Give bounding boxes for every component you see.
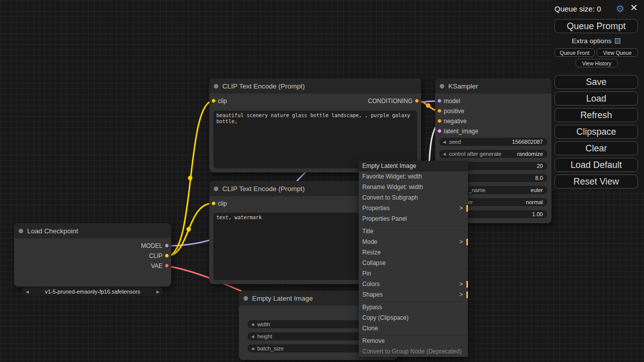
menu-item-properties[interactable]: Properties > — [359, 203, 468, 214]
positive-input-label: positive — [444, 108, 464, 115]
view-queue-button[interactable]: View Queue — [597, 48, 638, 57]
save-button[interactable]: Save — [554, 75, 638, 89]
menu-item-collapse[interactable]: Collapse — [359, 258, 468, 268]
decrement-arrow-icon[interactable]: ◀ — [439, 140, 448, 144]
decrement-arrow-icon[interactable]: ◀ — [248, 322, 256, 327]
node-title: CLIP Text Encode (Prompt) — [222, 82, 305, 90]
menu-item-title[interactable]: Title — [359, 226, 468, 237]
context-menu-header: Empty Latent Image — [359, 161, 468, 171]
ckpt-name-widget[interactable]: ◀ v1-5-pruned-emaonly-fp16.safetensors ▶ — [22, 287, 163, 296]
model-output-dot[interactable] — [165, 243, 169, 248]
menu-item-mode[interactable]: Mode > — [359, 237, 468, 247]
next-checkpoint-arrow-icon[interactable]: ▶ — [154, 290, 163, 294]
link-dot-clip-2 — [187, 227, 191, 232]
queue-size-label: Queue size: 0 — [554, 5, 601, 13]
load-default-button[interactable]: Load Default — [554, 158, 638, 172]
model-input-label: model — [444, 98, 460, 105]
latent-input-dot[interactable] — [437, 129, 442, 133]
menu-item-colors[interactable]: Colors > — [359, 279, 468, 290]
submenu-arrow-icon: > — [459, 237, 463, 247]
submenu-accent-bar — [466, 239, 468, 245]
link-dot-clip-1 — [188, 176, 193, 180]
node-title: Load Checkpoint — [27, 227, 78, 235]
collapse-dot-icon[interactable] — [214, 187, 218, 191]
clipspace-button[interactable]: Clipspace — [554, 125, 638, 139]
submenu-arrow-icon: > — [459, 279, 463, 290]
queue-prompt-button[interactable]: Queue Prompt — [554, 19, 638, 33]
menu-item-pin[interactable]: Pin — [359, 268, 468, 279]
node-clip-text-encode-positive[interactable]: CLIP Text Encode (Prompt) clip CONDITION… — [209, 78, 421, 172]
negative-input-dot[interactable] — [437, 119, 442, 123]
node-graph-canvas[interactable]: CLIP Text Encode (Prompt) clip CONDITION… — [0, 0, 644, 362]
menu-item-convert-to-subgraph[interactable]: Convert to Subgraph — [359, 193, 468, 203]
context-menu: Empty Latent Image Favorite Widget: widt… — [359, 161, 468, 357]
menu-item-shapes[interactable]: Shapes > — [359, 290, 468, 300]
submenu-accent-bar — [466, 205, 468, 212]
collapse-dot-icon[interactable] — [19, 229, 23, 233]
model-output-label: MODEL — [141, 242, 163, 249]
vae-output-dot[interactable] — [165, 263, 169, 268]
comfy-menu-panel: Queue size: 0 ⚙ × Queue Prompt Extra opt… — [551, 0, 644, 191]
collapse-dot-icon[interactable] — [440, 84, 444, 88]
vae-output-label: VAE — [151, 262, 163, 269]
control-after-generate-widget[interactable]: ◀ control after generate randomize — [439, 150, 547, 158]
node-title-bar[interactable]: CLIP Text Encode (Prompt) — [209, 78, 421, 94]
node-title: CLIP Text Encode (Prompt) — [222, 185, 305, 193]
menu-item-favorite-widget[interactable]: Favorite Widget: width — [359, 171, 468, 182]
seed-widget[interactable]: ◀ seed 1566802087 — [439, 138, 547, 146]
refresh-button[interactable]: Refresh — [554, 108, 638, 122]
clip-input-dot[interactable] — [211, 99, 216, 103]
positive-input-dot[interactable] — [437, 109, 442, 113]
submenu-accent-bar — [466, 281, 468, 288]
clip-input-label: clip — [218, 98, 227, 105]
close-icon[interactable]: × — [630, 1, 637, 15]
view-history-button[interactable]: View History — [576, 59, 618, 67]
menu-item-copy-clipspace[interactable]: Copy (Clipspace) — [359, 313, 468, 323]
menu-item-rename-widget[interactable]: Rename Widget: width — [359, 182, 468, 193]
submenu-accent-bar — [466, 292, 468, 298]
model-input-dot[interactable] — [437, 99, 442, 103]
clip-input-label: clip — [218, 200, 227, 207]
node-title-bar[interactable]: Load Checkpoint — [14, 223, 171, 238]
node-load-checkpoint[interactable]: Load Checkpoint MODEL CLIP VAE ◀ v1- — [14, 223, 171, 287]
menu-item-resize[interactable]: Resize — [359, 247, 468, 258]
prev-checkpoint-arrow-icon[interactable]: ◀ — [22, 290, 31, 294]
node-title: KSampler — [448, 82, 478, 90]
load-button[interactable]: Load — [554, 92, 638, 106]
node-title-bar[interactable]: KSampler — [435, 78, 551, 94]
node-title: Empty Latent Image — [252, 295, 313, 302]
prompt-textarea[interactable]: beautiful scenery nature glass bottle la… — [213, 111, 417, 168]
clip-output-label: CLIP — [149, 252, 163, 259]
link-dot-conditioning — [426, 104, 431, 108]
decrement-arrow-icon[interactable]: ◀ — [248, 346, 256, 351]
clip-input-dot[interactable] — [211, 201, 216, 206]
submenu-arrow-icon: > — [459, 203, 463, 214]
settings-gear-icon[interactable]: ⚙ — [616, 3, 624, 15]
menu-item-properties-panel[interactable]: Properties Panel — [359, 214, 468, 224]
clear-button[interactable]: Clear — [554, 141, 638, 155]
extra-options-label: Extra options — [572, 37, 612, 45]
menu-item-convert-to-group-node[interactable]: Convert to Group Node (Deprecated) — [359, 346, 468, 357]
negative-input-label: negative — [444, 118, 466, 125]
ckpt-name-value: v1-5-pruned-emaonly-fp16.safetensors — [31, 289, 154, 295]
menu-item-clone[interactable]: Clone — [359, 323, 468, 334]
collapse-dot-icon[interactable] — [244, 296, 248, 301]
reset-view-button[interactable]: Reset View — [554, 174, 638, 189]
menu-item-bypass[interactable]: Bypass — [359, 302, 468, 313]
extra-options-checkbox[interactable] — [615, 38, 620, 44]
menu-item-remove[interactable]: Remove — [359, 336, 468, 346]
queue-front-button[interactable]: Queue Front — [554, 48, 595, 57]
decrement-arrow-icon[interactable]: ◀ — [248, 334, 256, 339]
submenu-arrow-icon: > — [459, 290, 463, 300]
conditioning-output-dot[interactable] — [415, 99, 419, 103]
collapse-dot-icon[interactable] — [214, 84, 218, 88]
latent-input-label: latent_image — [444, 128, 478, 135]
conditioning-output-label: CONDITIONING — [368, 98, 413, 105]
clip-output-dot[interactable] — [165, 253, 169, 258]
decrement-arrow-icon[interactable]: ◀ — [439, 152, 448, 156]
